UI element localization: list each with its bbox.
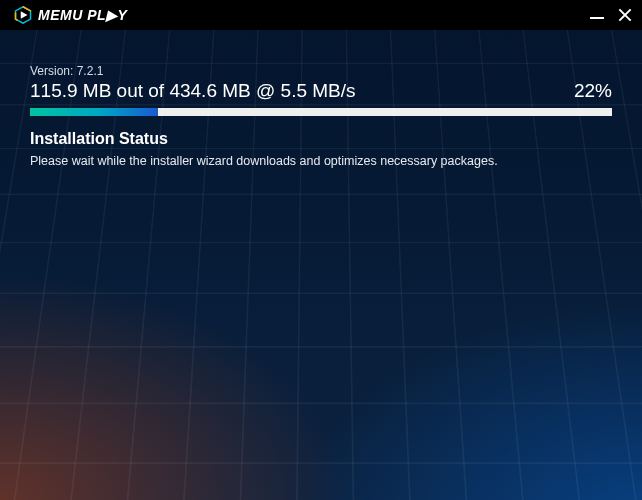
- progress-percent: 22%: [574, 80, 612, 102]
- content-area: Version: 7.2.1 115.9 MB out of 434.6 MB …: [0, 30, 642, 500]
- titlebar: MEMU PL▶Y: [0, 0, 642, 30]
- status-message: Please wait while the installer wizard d…: [30, 154, 612, 168]
- progress-bar: [30, 108, 612, 116]
- brand-logo: MEMU PL▶Y: [14, 6, 127, 24]
- close-button[interactable]: [618, 8, 632, 22]
- progress-row: 115.9 MB out of 434.6 MB @ 5.5 MB/s 22%: [30, 80, 612, 102]
- memu-hex-icon: [14, 6, 32, 24]
- window-controls: [590, 8, 632, 22]
- status-heading: Installation Status: [30, 130, 612, 148]
- minimize-button[interactable]: [590, 17, 604, 19]
- svg-marker-2: [21, 11, 28, 19]
- installer-window: MEMU PL▶Y Version: 7.2.1 115.9 MB out of…: [0, 0, 642, 500]
- brand-text: MEMU PL▶Y: [38, 7, 127, 23]
- progress-text: 115.9 MB out of 434.6 MB @ 5.5 MB/s: [30, 80, 356, 102]
- progress-fill: [30, 108, 158, 116]
- version-label: Version: 7.2.1: [30, 64, 612, 78]
